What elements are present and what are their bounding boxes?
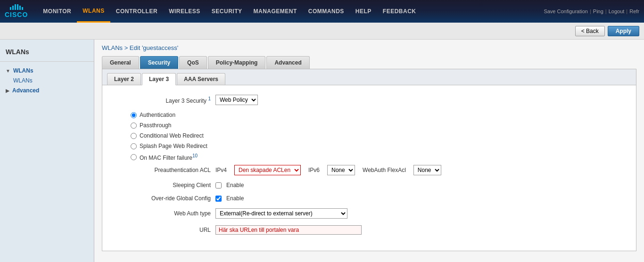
sidebar-title: WLANs xyxy=(0,44,94,62)
url-input[interactable] xyxy=(215,225,362,235)
radio-passthrough: Passthrough xyxy=(131,122,622,129)
sidebar-item-wlans-sub[interactable]: WLANs xyxy=(0,76,94,85)
nav-management[interactable]: MANAGEMENT xyxy=(248,0,302,23)
override-global-checkbox[interactable] xyxy=(215,196,222,202)
nav-wireless[interactable]: WIRELESS xyxy=(163,0,206,23)
tab-layer2[interactable]: Layer 2 xyxy=(107,73,141,85)
sep2: | xyxy=(605,8,607,14)
refresh-link[interactable]: Refr xyxy=(629,8,639,14)
tab-aaa-servers[interactable]: AAA Servers xyxy=(177,73,225,85)
tab-security[interactable]: Security xyxy=(140,56,178,69)
main-nav: MONITOR WLANs CONTROLLER WIRELESS SECURI… xyxy=(37,0,421,23)
radio-authentication: Authentication xyxy=(131,112,622,118)
radio-passthrough-label: Passthrough xyxy=(140,122,171,129)
apply-button[interactable]: Apply xyxy=(608,26,639,36)
tab-content: Layer 2 Layer 3 AAA Servers Layer 3 Secu… xyxy=(102,69,636,251)
logout-link[interactable]: Logout xyxy=(609,8,625,14)
arrow-icon-adv: ▶ xyxy=(6,88,9,93)
nav-help[interactable]: HELP xyxy=(350,0,377,23)
ipv4-select[interactable]: Den skapade ACLen None xyxy=(234,165,301,175)
nav-security[interactable]: SECURITY xyxy=(206,0,248,23)
radio-splash-redirect: Splash Page Web Redirect xyxy=(131,143,622,149)
sidebar: WLANs ▼ WLANs WLANs ▶ Advanced xyxy=(0,40,94,262)
sleeping-client-enable-label: Enable xyxy=(226,182,244,188)
main-content: WLANs > Edit 'guestaccess' General Secur… xyxy=(94,40,644,262)
breadcrumb: WLANs > Edit 'guestaccess' xyxy=(102,44,636,51)
sidebar-item-wlans-label: WLANs xyxy=(13,67,33,74)
primary-tabs: General Security QoS Policy-Mapping Adva… xyxy=(102,56,636,69)
sidebar-item-advanced-label: Advanced xyxy=(12,87,39,94)
radio-splash-redirect-label: Splash Page Web Redirect xyxy=(140,143,207,149)
sleeping-client-row: Sleeping Client Enable xyxy=(116,182,622,188)
cisco-logo: CISCO xyxy=(5,4,37,18)
radio-authentication-label: Authentication xyxy=(140,112,175,118)
arrow-icon: ▼ xyxy=(6,68,10,74)
url-label: URL xyxy=(116,227,211,233)
radio-conditional-redirect-input[interactable] xyxy=(131,133,137,139)
mac-filter-note[interactable]: 10 xyxy=(192,153,198,158)
ipv4-label: IPv4 xyxy=(215,167,227,173)
webauth-flexacl-select[interactable]: None xyxy=(413,165,441,175)
sidebar-item-advanced[interactable]: ▶ Advanced xyxy=(0,85,94,96)
webauth-flexacl-label: WebAuth FlexAcl xyxy=(363,167,406,173)
tab-qos[interactable]: QoS xyxy=(179,56,207,69)
tab-general[interactable]: General xyxy=(102,56,139,69)
sidebar-item-wlans-parent[interactable]: ▼ WLANs xyxy=(0,66,94,76)
radio-mac-filter-label: On MAC Filter failure10 xyxy=(140,153,198,161)
back-button[interactable]: < Back xyxy=(575,26,605,36)
sleeping-client-checkbox[interactable] xyxy=(215,182,222,188)
radio-mac-filter: On MAC Filter failure10 xyxy=(131,153,622,161)
ipv6-label: IPv6 xyxy=(308,167,320,173)
save-config-link[interactable]: Save Configuration xyxy=(544,8,588,14)
radio-conditional-redirect: Conditional Web Redirect xyxy=(131,132,622,139)
web-auth-type-label: Web Auth type xyxy=(116,210,211,217)
override-global-enable-label: Enable xyxy=(226,195,244,202)
url-row: URL xyxy=(116,225,622,235)
override-global-label: Over-ride Global Config xyxy=(116,195,211,202)
radio-splash-redirect-input[interactable] xyxy=(131,143,137,149)
sep1: | xyxy=(590,8,591,14)
tab-layer3[interactable]: Layer 3 xyxy=(142,73,176,85)
radio-authentication-input[interactable] xyxy=(131,112,137,118)
form-layer3: Layer 3 Security 1 Web Policy None Authe… xyxy=(102,85,636,251)
sleeping-client-label: Sleeping Client xyxy=(116,182,211,188)
override-global-row: Over-ride Global Config Enable xyxy=(116,195,622,202)
preauthentication-acl-label: Preauthentication ACL xyxy=(116,167,211,173)
nav-monitor[interactable]: MONITOR xyxy=(37,0,77,23)
nav-feedback[interactable]: FEEDBACK xyxy=(377,0,422,23)
breadcrumb-text: WLANs > Edit 'guestaccess' xyxy=(102,44,178,51)
layer3-security-note[interactable]: 1 xyxy=(208,96,211,101)
layer3-security-select[interactable]: Web Policy None xyxy=(215,95,258,105)
topbar-links: Save Configuration | Ping | Logout | Ref… xyxy=(544,8,639,14)
layer3-security-row: Layer 3 Security 1 Web Policy None xyxy=(116,95,622,105)
radio-passthrough-input[interactable] xyxy=(131,123,137,129)
layer3-security-label: Layer 3 Security 1 xyxy=(116,96,211,104)
nav-wlans[interactable]: WLANs xyxy=(77,0,110,23)
tab-policy-mapping[interactable]: Policy-Mapping xyxy=(208,56,266,69)
web-auth-type-select[interactable]: External(Re-direct to external server) I… xyxy=(215,208,347,219)
nav-controller[interactable]: CONTROLLER xyxy=(110,0,163,23)
radio-mac-filter-input[interactable] xyxy=(131,154,137,160)
tab-advanced[interactable]: Advanced xyxy=(266,56,309,69)
toolbar: < Back Apply xyxy=(0,23,644,40)
secondary-tabs: Layer 2 Layer 3 AAA Servers xyxy=(102,69,636,85)
radio-group: Authentication Passthrough Conditional W… xyxy=(131,112,622,161)
web-auth-type-row: Web Auth type External(Re-direct to exte… xyxy=(116,208,622,219)
nav-commands[interactable]: COMMANDS xyxy=(303,0,350,23)
ipv6-select[interactable]: None xyxy=(327,165,355,175)
ping-link[interactable]: Ping xyxy=(593,8,603,14)
radio-conditional-redirect-label: Conditional Web Redirect xyxy=(140,132,204,139)
acl-inline-group: IPv4 Den skapade ACLen None IPv6 None We… xyxy=(215,165,441,175)
preauthentication-acl-row: Preauthentication ACL IPv4 Den skapade A… xyxy=(116,165,622,175)
sep3: | xyxy=(626,8,627,14)
